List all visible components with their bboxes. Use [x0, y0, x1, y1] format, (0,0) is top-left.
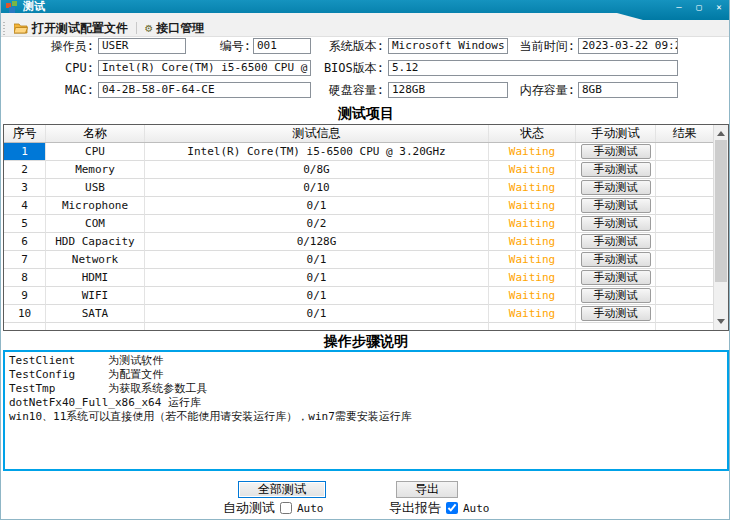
row-manual-cell: 手动测试 [576, 251, 656, 269]
table-row[interactable]: 4 Microphone 0/1 Waiting 手动测试 [4, 197, 713, 215]
row-info: 0/10 [145, 179, 489, 197]
manual-test-button[interactable]: 手动测试 [581, 306, 651, 321]
manual-test-button[interactable]: 手动测试 [581, 252, 651, 267]
row-no: 7 [4, 251, 46, 269]
row-result [656, 323, 713, 331]
scroll-down-icon[interactable] [714, 315, 728, 329]
current-time-field[interactable]: 2023-03-22 09:20:26 [578, 38, 678, 54]
mac-field[interactable]: 04-2B-58-0F-64-CE [98, 82, 311, 98]
row-no: 1 [4, 143, 46, 161]
row-name: COM [46, 215, 145, 233]
bios-version-label: BIOS版本: [316, 60, 384, 76]
export-report-checkbox[interactable] [446, 502, 458, 514]
row-name: SATA [46, 305, 145, 323]
header-manual-test: 手动测试 [576, 125, 656, 142]
cpu-field[interactable]: Intel(R) Core(TM) i5-6500 CPU @ 3.20GHz [98, 60, 311, 76]
manual-test-button[interactable]: 手动测试 [581, 216, 651, 231]
table-row[interactable]: 8 HDMI 0/1 Waiting 手动测试 [4, 269, 713, 287]
row-no: 3 [4, 179, 46, 197]
instructions-textbox[interactable]: TestClient 为测试软件 TestConfig 为配置文件 TestTm… [3, 350, 729, 471]
table-row[interactable]: 2 Memory 0/8G Waiting 手动测试 [4, 161, 713, 179]
manual-test-button[interactable]: 手动测试 [581, 162, 651, 177]
os-version-field[interactable]: Microsoft Windows 10 专 [388, 38, 508, 54]
row-no: 2 [4, 161, 46, 179]
window-title: 测试 [23, 0, 45, 13]
row-no: 10 [4, 305, 46, 323]
os-version-label: 系统版本: [316, 38, 384, 54]
export-report-checkbox-label: Auto [463, 502, 490, 515]
row-info: 0/1 [145, 197, 489, 215]
row-name [46, 323, 145, 331]
table-body: 1 CPU Intel(R) Core(TM) i5-6500 CPU @ 3.… [4, 143, 713, 331]
row-status: Waiting [489, 161, 576, 179]
minimize-button[interactable]: — [673, 1, 685, 13]
auto-test-checkbox[interactable] [280, 502, 292, 514]
table-row[interactable]: 10 SATA 0/1 Waiting 手动测试 [4, 305, 713, 323]
manual-test-button[interactable]: 手动测试 [581, 288, 651, 303]
manual-test-button[interactable]: 手动测试 [581, 144, 651, 159]
auto-test-checkbox-label: Auto [297, 502, 324, 515]
row-manual-cell: 手动测试 [576, 215, 656, 233]
row-name: WIFI [46, 287, 145, 305]
app-icon [6, 1, 18, 13]
open-config-label: 打开测试配置文件 [32, 20, 128, 37]
export-button[interactable]: 导出 [396, 481, 458, 498]
hdd-capacity-label: 硬盘容量: [316, 82, 384, 98]
cpu-label: CPU: [19, 60, 94, 76]
open-config-button[interactable]: 打开测试配置文件 [8, 21, 134, 36]
row-manual-cell: 手动测试 [576, 179, 656, 197]
scrollbar-thumb[interactable] [715, 140, 727, 282]
table-scrollbar[interactable] [713, 125, 728, 330]
manual-test-button[interactable]: 手动测试 [581, 270, 651, 285]
row-no: 9 [4, 287, 46, 305]
row-result [656, 179, 713, 197]
hdd-capacity-field[interactable]: 128GB [388, 82, 508, 98]
table-row[interactable]: 3 USB 0/10 Waiting 手动测试 [4, 179, 713, 197]
row-name: HDMI [46, 269, 145, 287]
toolbar-separator [136, 22, 137, 34]
row-manual-cell: 手动测试 [576, 233, 656, 251]
manual-test-button[interactable]: 手动测试 [581, 234, 651, 249]
row-manual-cell: 手动测试 [576, 197, 656, 215]
row-info: 0/1 [145, 251, 489, 269]
instructions-title: 操作步骤说明 [1, 333, 730, 351]
test-all-button[interactable]: 全部测试 [238, 481, 326, 498]
row-info: 0/128G [145, 233, 489, 251]
row-status: Waiting [489, 215, 576, 233]
row-result [656, 161, 713, 179]
table-row[interactable]: 5 COM 0/2 Waiting 手动测试 [4, 215, 713, 233]
row-name: USB [46, 179, 145, 197]
interface-mgmt-button[interactable]: ⚙ 接口管理 [139, 21, 210, 36]
row-result [656, 269, 713, 287]
row-no: 6 [4, 233, 46, 251]
gear-icon: ⚙ [145, 22, 152, 34]
bios-version-field[interactable]: 5.12 [388, 60, 678, 76]
table-row[interactable]: 9 WIFI 0/1 Waiting 手动测试 [4, 287, 713, 305]
row-result [656, 251, 713, 269]
manual-test-button[interactable]: 手动测试 [581, 180, 651, 195]
maximize-button[interactable]: ▢ [693, 1, 705, 13]
row-info: 0/1 [145, 287, 489, 305]
row-result [656, 233, 713, 251]
row-result [656, 215, 713, 233]
row-status [489, 323, 576, 331]
row-status: Waiting [489, 305, 576, 323]
test-items-table: 序号 名称 测试信息 状态 手动测试 结果 1 CPU Intel(R) Cor… [3, 124, 729, 331]
interface-mgmt-label: 接口管理 [156, 20, 204, 37]
table-row[interactable]: 6 HDD Capacity 0/128G Waiting 手动测试 [4, 233, 713, 251]
table-row[interactable] [4, 323, 713, 331]
serial-field[interactable]: 001 [253, 38, 311, 54]
ram-capacity-field[interactable]: 8GB [578, 82, 678, 98]
auto-test-group: 自动测试 Auto [223, 500, 324, 516]
row-no [4, 323, 46, 331]
operator-field[interactable]: USER [98, 38, 186, 54]
close-button[interactable]: ✕ [713, 1, 725, 13]
row-result [656, 287, 713, 305]
header-no: 序号 [4, 125, 46, 142]
manual-test-button[interactable]: 手动测试 [581, 198, 651, 213]
row-status: Waiting [489, 233, 576, 251]
scroll-up-icon[interactable] [714, 126, 728, 140]
table-row[interactable]: 7 Network 0/1 Waiting 手动测试 [4, 251, 713, 269]
table-row[interactable]: 1 CPU Intel(R) Core(TM) i5-6500 CPU @ 3.… [4, 143, 713, 161]
test-items-title: 测试项目 [1, 105, 730, 123]
